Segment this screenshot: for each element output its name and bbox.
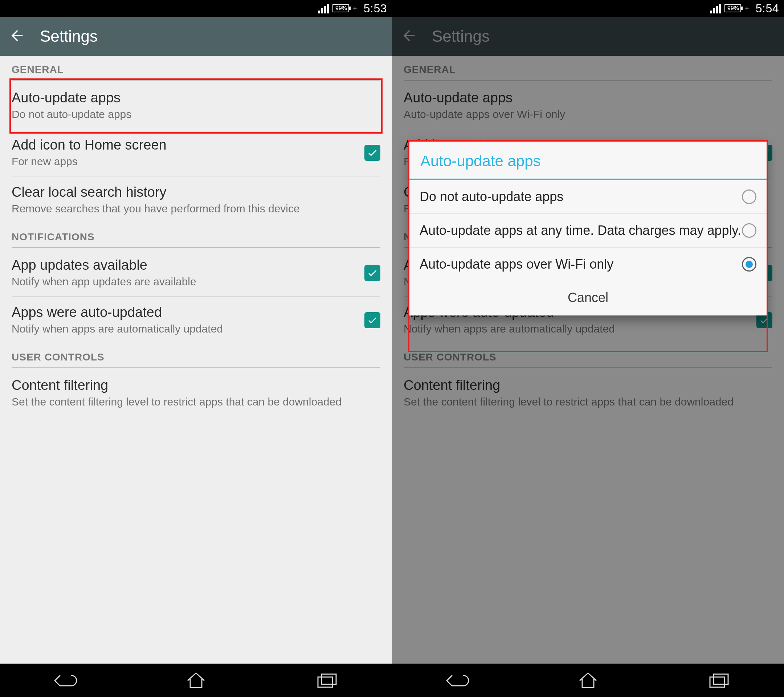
signal-icon xyxy=(318,3,329,13)
status-bar: 99% + 5:54 xyxy=(392,0,784,17)
battery-icon: 99% + xyxy=(333,4,357,12)
nav-back-icon[interactable] xyxy=(436,669,479,691)
status-bar: 99% + 5:53 xyxy=(0,0,392,17)
svg-rect-0 xyxy=(318,677,333,687)
battery-charging-icon: + xyxy=(745,5,749,12)
dialog-option-2[interactable]: Auto-update apps over Wi-Fi only xyxy=(409,247,767,281)
navigation-bar xyxy=(392,664,784,697)
clock: 5:54 xyxy=(756,2,779,15)
nav-home-icon[interactable] xyxy=(174,669,218,691)
row-subtitle: For new apps xyxy=(12,155,356,168)
dialog-cancel-button[interactable]: Cancel xyxy=(409,281,767,315)
dialog-option-label: Do not auto-update apps xyxy=(420,189,742,205)
auto-update-dialog: Auto-update apps Do not auto-update apps… xyxy=(409,142,767,315)
nav-home-icon[interactable] xyxy=(566,669,610,691)
row-app-updates-available[interactable]: App updates available Notify when app up… xyxy=(0,249,392,296)
dialog-title: Auto-update apps xyxy=(420,152,756,170)
row-subtitle: Notify when apps are automatically updat… xyxy=(12,322,356,335)
dialog-option-label: Auto-update apps at any time. Data charg… xyxy=(420,222,742,239)
row-title: Add icon to Home screen xyxy=(12,137,356,153)
nav-back-icon[interactable] xyxy=(44,669,87,691)
row-apps-auto-updated[interactable]: Apps were auto-updated Notify when apps … xyxy=(0,297,392,343)
section-header-general: GENERAL xyxy=(0,56,392,80)
row-title: App updates available xyxy=(12,257,356,273)
checkbox-checked-icon[interactable] xyxy=(364,265,380,281)
row-content-filtering[interactable]: Content filtering Set the content filter… xyxy=(0,369,392,416)
dialog-option-1[interactable]: Auto-update apps at any time. Data charg… xyxy=(409,214,767,247)
section-header-notifications: NOTIFICATIONS xyxy=(0,223,392,247)
back-icon[interactable] xyxy=(9,27,25,45)
divider xyxy=(12,80,380,81)
phone-screen-right: 99% + 5:54 Settings GENERAL Auto-update … xyxy=(392,0,784,697)
row-subtitle: Do not auto-update apps xyxy=(12,108,380,121)
row-title: Apps were auto-updated xyxy=(12,305,356,320)
battery-icon: 99% + xyxy=(725,4,749,12)
dialog-option-label: Auto-update apps over Wi-Fi only xyxy=(420,256,742,272)
row-auto-update[interactable]: Auto-update apps Do not auto-update apps xyxy=(0,82,392,129)
divider xyxy=(12,247,380,248)
app-bar: Settings xyxy=(0,17,392,56)
page-title: Settings xyxy=(40,27,98,45)
checkbox-checked-icon[interactable] xyxy=(364,145,380,161)
row-subtitle: Remove searches that you have performed … xyxy=(12,202,380,215)
svg-rect-2 xyxy=(710,677,725,687)
modal-scrim[interactable] xyxy=(392,17,784,664)
section-header-user-controls: USER CONTROLS xyxy=(0,343,392,367)
row-subtitle: Set the content filtering level to restr… xyxy=(12,395,380,409)
radio-unchecked-icon[interactable] xyxy=(742,189,756,204)
battery-level: 99% xyxy=(335,5,347,12)
row-clear-search-history[interactable]: Clear local search history Remove search… xyxy=(0,176,392,223)
row-title: Content filtering xyxy=(12,377,380,393)
battery-level: 99% xyxy=(727,5,739,12)
settings-list: GENERAL Auto-update apps Do not auto-upd… xyxy=(0,56,392,664)
battery-charging-icon: + xyxy=(353,5,357,12)
nav-recent-icon[interactable] xyxy=(697,669,740,691)
svg-rect-1 xyxy=(321,674,336,684)
row-subtitle: Notify when app updates are available xyxy=(12,275,356,288)
row-title: Clear local search history xyxy=(12,185,380,200)
divider xyxy=(12,367,380,368)
dialog-option-0[interactable]: Do not auto-update apps xyxy=(409,180,767,214)
radio-checked-icon[interactable] xyxy=(742,257,756,272)
row-add-icon-home[interactable]: Add icon to Home screen For new apps xyxy=(0,129,392,176)
radio-unchecked-icon[interactable] xyxy=(742,223,756,238)
clock: 5:53 xyxy=(364,2,387,15)
svg-rect-3 xyxy=(713,674,728,684)
nav-recent-icon[interactable] xyxy=(305,669,348,691)
navigation-bar xyxy=(0,664,392,697)
row-title: Auto-update apps xyxy=(12,90,380,105)
phone-screen-left: 99% + 5:53 Settings GENERAL Auto-update … xyxy=(0,0,392,697)
checkbox-checked-icon[interactable] xyxy=(364,312,380,328)
signal-icon xyxy=(710,3,721,13)
